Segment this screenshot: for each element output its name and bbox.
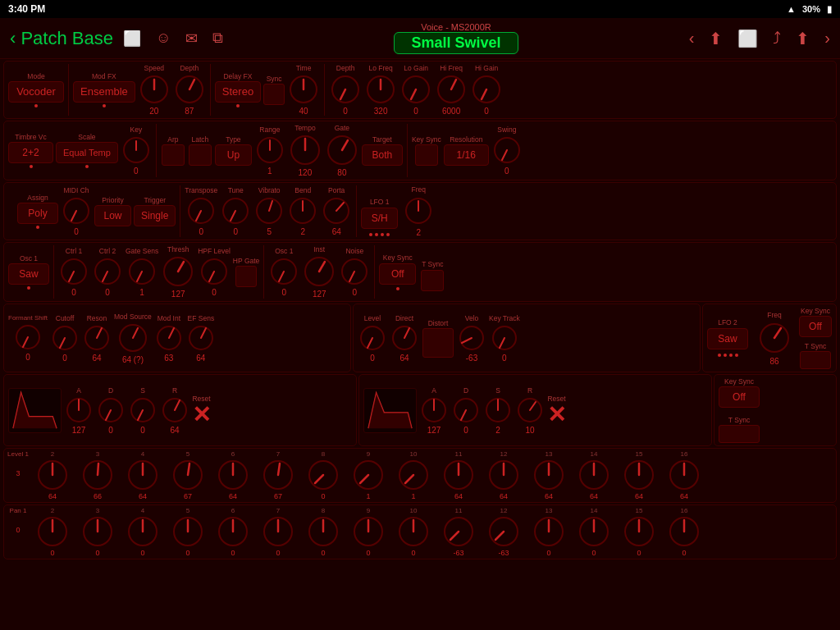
- level-knob-6[interactable]: [216, 458, 250, 492]
- level-knob-13[interactable]: [532, 458, 566, 492]
- gate-knob[interactable]: [325, 133, 359, 167]
- key-knob[interactable]: [121, 135, 152, 166]
- level-knob-7[interactable]: [261, 458, 295, 492]
- prev-button[interactable]: ‹: [689, 29, 695, 48]
- priority-value[interactable]: Low: [94, 205, 131, 226]
- hpflevel-knob[interactable]: [199, 256, 230, 287]
- next-button[interactable]: ›: [824, 29, 830, 48]
- level-knob-8[interactable]: [306, 458, 340, 492]
- speed-knob[interactable]: [138, 73, 171, 106]
- depth-knob[interactable]: [173, 73, 206, 106]
- bend-knob[interactable]: [287, 195, 318, 226]
- level-knob-9[interactable]: [351, 458, 386, 492]
- export-icon[interactable]: ⬆: [796, 29, 810, 48]
- mode-value[interactable]: Vocoder: [8, 81, 64, 103]
- swing-knob[interactable]: [491, 135, 523, 166]
- assign-value[interactable]: Poly: [17, 203, 58, 224]
- pan-knob-3[interactable]: [80, 514, 115, 549]
- pan-knob-11[interactable]: [441, 514, 476, 549]
- cutoff-knob[interactable]: [50, 323, 80, 353]
- inst-knob[interactable]: [302, 254, 336, 289]
- level-knob-10[interactable]: [396, 458, 431, 492]
- lfo2freq-knob[interactable]: [757, 321, 792, 355]
- env1d-knob[interactable]: [96, 395, 126, 425]
- lfo1freq-knob[interactable]: [403, 195, 434, 226]
- scale-value[interactable]: Equal Temp: [56, 142, 118, 163]
- env2d-knob[interactable]: [451, 395, 481, 425]
- ctrl2-knob[interactable]: [92, 256, 123, 287]
- midich-knob[interactable]: [61, 195, 92, 226]
- pan-knob-13[interactable]: [532, 514, 566, 549]
- thresh-knob[interactable]: [161, 254, 195, 289]
- level-knob-3[interactable]: [80, 458, 115, 492]
- higain-knob[interactable]: [470, 73, 503, 106]
- send-icon[interactable]: ⬆: [709, 29, 723, 48]
- depth2-knob[interactable]: [329, 73, 362, 106]
- pan-knob-10[interactable]: [396, 514, 431, 549]
- env2-reset-button[interactable]: ✕: [547, 404, 566, 427]
- reson-knob[interactable]: [82, 323, 112, 353]
- target-value[interactable]: Both: [362, 144, 403, 166]
- gatesens-knob[interactable]: [126, 256, 158, 287]
- resolution-value[interactable]: 1/16: [444, 144, 489, 166]
- tempo-knob[interactable]: [288, 133, 322, 167]
- modint-knob[interactable]: [154, 323, 184, 353]
- level-knob-16[interactable]: [667, 458, 701, 492]
- env1s-knob[interactable]: [128, 395, 158, 425]
- timbr-value[interactable]: 2+2: [8, 142, 53, 163]
- trigger-value[interactable]: Single: [134, 205, 176, 226]
- lfo2keysync-value[interactable]: Off: [799, 316, 832, 337]
- level-knob-2[interactable]: [35, 458, 70, 492]
- tune-knob[interactable]: [220, 195, 251, 226]
- pan-knob-5[interactable]: [171, 514, 205, 549]
- vibrato-knob[interactable]: [253, 195, 285, 226]
- ctrl1-knob[interactable]: [58, 256, 89, 287]
- delayfx-value[interactable]: Stereo: [215, 81, 261, 103]
- porta-knob[interactable]: [321, 195, 352, 226]
- lofreq-knob[interactable]: [364, 73, 397, 106]
- level-knob-4[interactable]: [126, 458, 160, 492]
- pan-knob-2[interactable]: [35, 514, 70, 549]
- modfx-value[interactable]: Ensemble: [73, 81, 135, 103]
- lfo1-value[interactable]: S/H: [361, 208, 398, 229]
- pan-knob-4[interactable]: [126, 514, 160, 549]
- lfo2-value[interactable]: Saw: [707, 328, 748, 349]
- level-knob-11[interactable]: [441, 458, 476, 492]
- pan-knob-8[interactable]: [306, 514, 340, 549]
- modsource-knob[interactable]: [116, 322, 149, 354]
- copy-icon[interactable]: ⧉: [212, 30, 223, 48]
- pan-knob-9[interactable]: [351, 514, 386, 549]
- folder-icon[interactable]: ⬜: [123, 30, 141, 48]
- person-icon[interactable]: ☺: [156, 30, 171, 48]
- formant-knob[interactable]: [13, 322, 43, 352]
- back-button[interactable]: ‹ Patch Base: [10, 28, 113, 49]
- efsens-knob[interactable]: [186, 323, 216, 353]
- level-knob-15[interactable]: [622, 458, 656, 492]
- env2a-knob[interactable]: [419, 395, 449, 425]
- pan-knob-14[interactable]: [577, 514, 611, 549]
- env-keysync-value[interactable]: Off: [719, 386, 760, 408]
- pan-knob-16[interactable]: [667, 514, 701, 549]
- osc1b-knob[interactable]: [268, 256, 299, 287]
- range-knob[interactable]: [254, 135, 285, 166]
- time-knob[interactable]: [287, 73, 320, 106]
- patch-name[interactable]: Small Swivel: [394, 32, 518, 54]
- env1-reset-button[interactable]: ✕: [192, 404, 211, 427]
- keytrack-knob[interactable]: [490, 323, 519, 353]
- level-knob-14[interactable]: [577, 458, 611, 492]
- env2s-knob[interactable]: [483, 395, 513, 425]
- noise-knob[interactable]: [339, 256, 370, 287]
- type-value[interactable]: Up: [215, 144, 252, 166]
- env2r-knob[interactable]: [515, 395, 545, 425]
- level-knob[interactable]: [358, 323, 387, 353]
- level-knob-12[interactable]: [486, 458, 521, 492]
- env1a-knob[interactable]: [64, 395, 94, 425]
- pan-knob-7[interactable]: [261, 514, 295, 549]
- pan-knob-15[interactable]: [622, 514, 656, 549]
- velo-knob[interactable]: [457, 323, 486, 353]
- page-icon[interactable]: ⬜: [737, 29, 758, 48]
- osc1-value[interactable]: Saw: [8, 263, 49, 285]
- share-icon[interactable]: ⤴: [773, 29, 781, 48]
- pan-knob-12[interactable]: [486, 514, 521, 549]
- transpose-knob[interactable]: [185, 195, 217, 226]
